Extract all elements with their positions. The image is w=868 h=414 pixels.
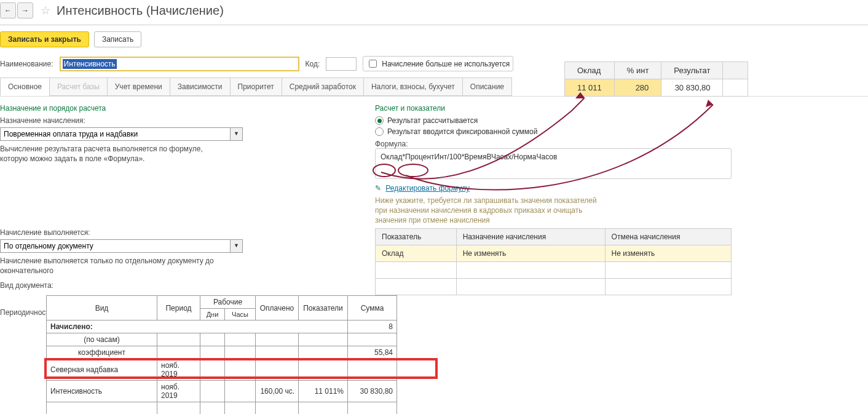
purpose-label: Назначение начисления: xyxy=(0,116,357,125)
formula-box: Оклад*ПроцентИнт/100*ВремяВЧасах/НормаЧа… xyxy=(375,148,732,179)
rt-v1: 11 011 xyxy=(565,79,615,97)
tab-tax[interactable]: Налоги, взносы, бухучет xyxy=(363,78,463,96)
page-title: Интенсивность (Начисление) xyxy=(57,4,224,18)
note-1: Ниже укажите, требуется ли запрашивать з… xyxy=(375,196,868,205)
code-label: Код: xyxy=(306,60,320,68)
radio-fixed[interactable]: Результат вводится фиксированной суммой xyxy=(375,127,868,136)
pencil-icon: ✎ xyxy=(375,184,381,193)
purpose-dropdown-btn[interactable]: ▼ xyxy=(231,127,243,141)
rt-h3: Результат xyxy=(661,62,723,79)
save-close-button[interactable]: Записать и закрыть xyxy=(0,31,89,47)
left-section-title: Назначение и порядок расчета xyxy=(0,104,357,113)
radio-calc[interactable]: Результат рассчитывается xyxy=(375,116,868,125)
rt-h1: Оклад xyxy=(565,62,615,79)
note-3: значения при отмене начисления xyxy=(375,216,868,225)
formula-hint-2: которую можно задать в поле «Формула». xyxy=(0,154,357,163)
formula-label: Формула: xyxy=(375,140,868,148)
ind-col-2: Назначение начисления xyxy=(456,229,605,245)
code-input[interactable] xyxy=(326,57,357,71)
radio-calc-dot[interactable] xyxy=(375,116,384,125)
note-2: при назначении начисления в кадровых при… xyxy=(375,206,868,215)
tab-desc[interactable]: Описание xyxy=(462,78,512,96)
exec-hint-2: окончательного xyxy=(0,266,357,275)
exec-input[interactable] xyxy=(0,239,231,253)
ind-row-1: Оклад Не изменять Не изменять xyxy=(376,245,732,262)
rt-v3: 30 830,80 xyxy=(661,79,723,97)
radio-fixed-dot[interactable] xyxy=(375,127,384,136)
exec-hint-1: Начисление выполняется только по отдельн… xyxy=(0,257,357,265)
edit-formula-link[interactable]: Редактировать формулу xyxy=(385,184,470,193)
calc-row-1: (по часам) xyxy=(47,333,397,346)
tab-avg[interactable]: Средний заработок xyxy=(282,78,364,96)
exec-dropdown-btn[interactable]: ▼ xyxy=(231,239,243,253)
not-used-cb[interactable] xyxy=(369,60,377,68)
ind-col-1: Показатель xyxy=(376,229,457,245)
not-used-checkbox[interactable]: Начисление больше не используется xyxy=(363,56,513,71)
favorite-icon[interactable]: ☆ xyxy=(41,4,50,17)
save-button[interactable]: Записать xyxy=(94,31,141,47)
calc-table: Вид Период Рабочие Оплачено Показатели С… xyxy=(46,295,397,414)
calc-row-3: Северная надбавка нояб. 2019 xyxy=(47,359,397,381)
tab-dep[interactable]: Зависимости xyxy=(170,78,231,96)
purpose-input[interactable] xyxy=(0,127,231,141)
back-button[interactable]: ← xyxy=(0,2,16,18)
tab-prio[interactable]: Приоритет xyxy=(230,78,282,96)
ind-col-3: Отмена начисления xyxy=(605,229,731,245)
doc-type-label: Вид документа: xyxy=(0,281,357,290)
forward-button[interactable]: → xyxy=(17,2,33,18)
result-table: Оклад % инт Результат 11 011 280 30 830,… xyxy=(564,62,748,97)
exec-label: Начисление выполняется: xyxy=(0,228,357,237)
tab-base[interactable]: Расчет базы xyxy=(49,78,108,96)
tab-main[interactable]: Основное xyxy=(0,78,50,96)
tab-time[interactable]: Учет времени xyxy=(107,78,170,96)
indicators-table: Показатель Назначение начисления Отмена … xyxy=(375,228,732,295)
calc-row-4: Интенсивность нояб. 2019 160,00 чс. 11 0… xyxy=(47,381,397,402)
rt-h2: % инт xyxy=(614,62,661,79)
rt-v2: 280 xyxy=(614,79,661,97)
calc-row-2: коэффициент 55,84 xyxy=(47,346,397,359)
name-label: Наименование: xyxy=(0,60,53,68)
right-section-title: Расчет и показатели xyxy=(375,104,868,113)
formula-hint-1: Вычисление результата расчета выполняетс… xyxy=(0,145,357,153)
calc-row-header: Начислено: 8 xyxy=(47,320,397,333)
name-input[interactable]: Интенсивность xyxy=(60,57,299,71)
